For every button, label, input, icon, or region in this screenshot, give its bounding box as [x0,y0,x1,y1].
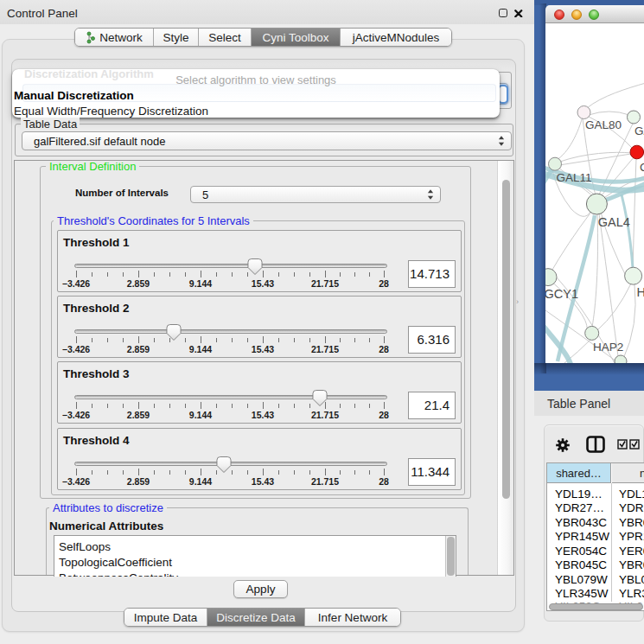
svg-text:GA: GA [634,124,644,137]
svg-text:GCY1: GCY1 [545,287,578,301]
svg-text:GAL4: GAL4 [598,215,630,229]
svg-text:C: C [640,161,644,174]
svg-text:GAL11: GAL11 [556,171,591,184]
svg-text:GAL80: GAL80 [585,118,622,131]
svg-text:H: H [637,285,644,299]
svg-text:HAP2: HAP2 [593,341,623,354]
